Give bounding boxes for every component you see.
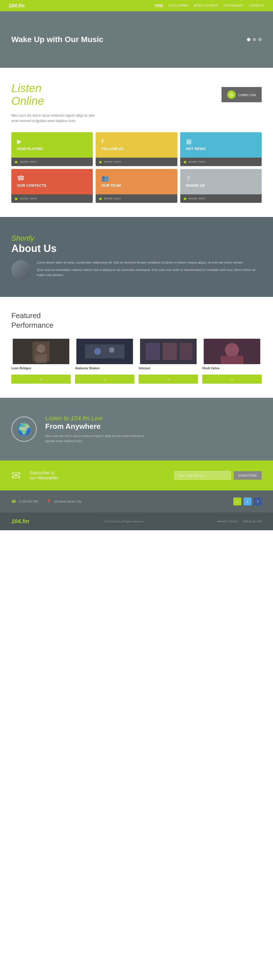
card-label-share-us: Share Us: [186, 183, 205, 188]
about-subtitle: Shortly: [11, 234, 262, 243]
svg-point-2: [37, 344, 45, 353]
email-icon: ✉: [11, 469, 21, 482]
card-bottom-hot-news[interactable]: ◼ MORE INFO: [180, 158, 262, 166]
hero-dot-3[interactable]: [258, 38, 262, 41]
performer-img-leon-bridges: [11, 339, 71, 364]
hero-dots: [247, 38, 262, 41]
hero-dot-2[interactable]: [253, 38, 256, 41]
facebook-icon: f: [101, 138, 103, 145]
about-description: Lorem ipsum dolor sit amet, consectetur …: [37, 260, 262, 277]
newsletter-text: Subscribe to our Newsletter: [29, 470, 59, 480]
listen-anywhere-description: Mes cumi dia sed in lacus eniascet inger…: [45, 434, 144, 444]
about-section: Shortly About Us Lorem ipsum dolor sit a…: [0, 217, 273, 297]
card-label-follow-us: Follow Us: [101, 146, 123, 151]
site-header: 104.fm HOME DJS & SHOWS MUSIC & EVENTS O…: [0, 0, 273, 11]
avatar-image: [11, 260, 31, 280]
performer-interpol: Interpol: [139, 339, 198, 371]
social-facebook-button[interactable]: f: [254, 498, 262, 505]
performer-btn-3[interactable]: ♫: [202, 375, 262, 383]
newsletter-email-input[interactable]: [174, 471, 231, 480]
card-bottom-our-contacts[interactable]: ◼ MORE INFO: [11, 194, 93, 203]
newsletter-title: Subscribe to our Newsletter: [29, 470, 59, 480]
svg-rect-3: [35, 354, 47, 363]
social-rss-button[interactable]: ⌂: [233, 498, 241, 505]
info-text-2: MORE INFO: [189, 161, 206, 163]
featured-section: FeaturedPerformance Leon Bridges Alabama…: [0, 297, 273, 398]
card-top-share-us: ⇧ Share Us: [180, 169, 262, 194]
phone-icon: ☎: [11, 499, 16, 504]
footer-link-terms[interactable]: TERMS OF USE: [243, 520, 262, 523]
info-icon-1: ◼: [99, 160, 102, 164]
card-our-team: 👥 Our Team ◼ MORE INFO: [96, 169, 177, 203]
nav-contacts[interactable]: CONTACTS: [249, 4, 265, 7]
performer-img-interpol: [139, 339, 198, 364]
card-label-hot-news: Hot News: [186, 146, 206, 151]
site-logo[interactable]: 104.fm: [8, 3, 25, 9]
about-content: Lorem ipsum dolor sit amet, consectetur …: [11, 260, 262, 280]
card-bottom-now-playing[interactable]: ◼ MORE INFO: [11, 158, 93, 166]
card-hot-news: ▦ Hot News ◼ MORE INFO: [180, 132, 262, 166]
performer-btn-1[interactable]: ♫: [75, 375, 134, 383]
performer-name-alabama: Alabama Shakes: [75, 366, 134, 370]
info-icon-3: ◼: [15, 197, 18, 200]
footer-link-privacy[interactable]: PRIVACY POLICY: [217, 520, 238, 523]
about-avatar: [11, 260, 31, 280]
play-icon: ▶: [17, 138, 22, 145]
listen-description: Mes cumi dia sed in lacus eniascet inger…: [11, 113, 96, 124]
subscribe-button[interactable]: SUBSCRIBE: [234, 471, 262, 480]
listen-anywhere-section: 🌍 Listen to 104.fm Live From Anywhere Me…: [0, 398, 273, 460]
footer-social: ⌂ t f: [233, 498, 262, 505]
performer-btn-2[interactable]: ♫: [139, 375, 198, 383]
info-icon-5: ◼: [184, 197, 187, 200]
about-title: About Us: [11, 243, 262, 255]
featured-title: FeaturedPerformance: [11, 311, 262, 330]
card-top-now-playing: ▶ Now Playing: [11, 132, 93, 158]
listen-anywhere-heading-colored: Listen to 104.fm Live: [45, 415, 144, 422]
card-bottom-follow-us[interactable]: ◼ MORE INFO: [96, 158, 177, 166]
svg-rect-11: [180, 343, 192, 360]
hero-title: Wake Up with Our Music: [11, 35, 104, 45]
card-label-our-team: Our Team: [101, 183, 121, 188]
info-text-1: MORE INFO: [104, 161, 121, 163]
footer: ☎ +1 234 567 890 📍 123 Music Street, Cit…: [0, 490, 273, 530]
share-icon: ⇧: [186, 175, 191, 182]
svg-rect-10: [163, 343, 177, 360]
listen-live-button[interactable]: ⏻ Listen Live: [222, 87, 262, 102]
hero-dot-1[interactable]: [247, 38, 251, 41]
performer-name-hindi: Hindi Zahra: [202, 366, 262, 370]
nav-home[interactable]: HOME: [155, 4, 163, 7]
card-bottom-our-team[interactable]: ◼ MORE INFO: [96, 194, 177, 203]
card-bottom-share-us[interactable]: ◼ MORE INFO: [180, 194, 262, 203]
card-top-our-contacts: ☎ Our Contacts: [11, 169, 93, 194]
nav-gallery[interactable]: OUR GALLERY: [224, 4, 244, 7]
phone-icon: ☎: [17, 175, 25, 182]
news-icon: ▦: [186, 138, 192, 145]
performer-btn-row: ♫ ♫ ♫ ♫: [11, 375, 262, 383]
card-label-now-playing: Now Playing: [17, 146, 43, 151]
card-share-us: ⇧ Share Us ◼ MORE INFO: [180, 169, 262, 203]
nav-music[interactable]: MUSIC & EVENTS: [194, 4, 217, 7]
newsletter-form: SUBSCRIBE: [67, 471, 262, 480]
footer-bottom: 104.fm © 2024 104.fm All Rights Reserved…: [0, 512, 273, 530]
info-text-4: MORE INFO: [104, 197, 121, 200]
listen-live-label: Listen Live: [238, 93, 256, 97]
hero-section: Wake Up with Our Music: [0, 11, 273, 68]
about-text-2: Quis nostrud exercitation ullamco labori…: [37, 267, 262, 277]
social-twitter-button[interactable]: t: [244, 498, 252, 505]
footer-phone-text: +1 234 567 890: [18, 500, 38, 503]
card-follow-us: f Follow Us ◼ MORE INFO: [96, 132, 177, 166]
svg-rect-9: [146, 343, 160, 360]
svg-point-13: [225, 343, 239, 357]
globe-icon: 🌍: [17, 423, 31, 436]
cards-grid: ▶ Now Playing ◼ MORE INFO f Follow Us ◼ …: [11, 132, 262, 203]
info-text-5: MORE INFO: [189, 197, 206, 200]
globe-icon-container: 🌍: [11, 417, 37, 442]
listen-anywhere-heading-white: From Anywhere: [45, 422, 144, 431]
footer-links: PRIVACY POLICY TERMS OF USE: [217, 520, 262, 523]
power-icon: ⏻: [227, 91, 236, 99]
card-our-contacts: ☎ Our Contacts ◼ MORE INFO: [11, 169, 93, 203]
performer-btn-0[interactable]: ♫: [11, 375, 71, 383]
nav-djs[interactable]: DJS & SHOWS: [169, 4, 188, 7]
card-top-hot-news: ▦ Hot News: [180, 132, 262, 158]
listen-header: Listen Online ⏻ Listen Live: [11, 82, 262, 107]
